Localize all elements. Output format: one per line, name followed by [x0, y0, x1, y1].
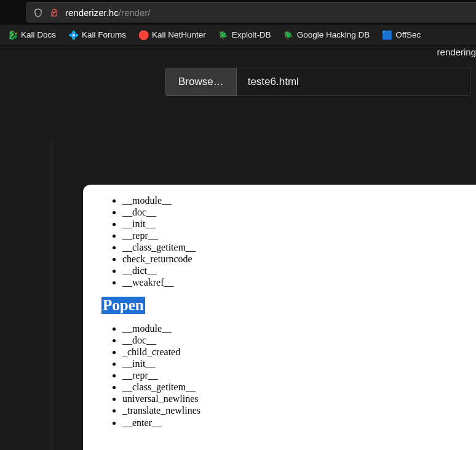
class-heading-popen: Popen [101, 297, 145, 314]
list-item: __repr__ [122, 230, 461, 241]
attribute-list-2: __module__ __doc__ _child_created __init… [98, 323, 461, 428]
bookmark-label: Exploit-DB [232, 30, 271, 39]
list-item: check_returncode [122, 253, 461, 265]
list-item: __init__ [122, 358, 461, 369]
offsec-icon: 🟦 [382, 30, 392, 40]
url-domain: renderizer.hc [65, 7, 119, 18]
filename-display[interactable]: teste6.html [237, 68, 470, 96]
bookmark-label: Kali Forums [82, 30, 126, 39]
bookmark-google-hacking-db[interactable]: 🪲 Google Hacking DB [279, 28, 375, 42]
list-item: __doc__ [122, 206, 461, 218]
rendered-content-card: __module__ __doc__ __init__ __repr__ __c… [83, 185, 476, 450]
url-text: renderizer.hc/render/ [65, 7, 150, 18]
url-path: /render/ [119, 7, 151, 18]
bug-icon: 🪲 [284, 30, 293, 40]
bookmark-kali-docs[interactable]: 🐉 Kali Docs [2, 28, 61, 42]
list-item: __enter__ [122, 417, 461, 428]
list-item: __module__ [122, 195, 461, 206]
bookmark-label: OffSec [395, 30, 421, 39]
list-item: __class_getitem__ [122, 241, 461, 253]
bookmark-kali-nethunter[interactable]: 🛑 Kali NetHunter [133, 28, 211, 42]
truncated-header-text: rendering [437, 47, 476, 57]
list-item: __module__ [122, 323, 461, 334]
bookmark-label: Google Hacking DB [297, 30, 370, 39]
browse-button[interactable]: Browse… [165, 68, 237, 96]
bookmark-exploit-db[interactable]: 🪲 Exploit-DB [213, 28, 276, 42]
file-upload-row: Browse… teste6.html [165, 68, 470, 96]
list-item: _translate_newlines [122, 404, 461, 416]
url-bar-container: renderizer.hc/render/ [0, 0, 476, 25]
bug-icon: 🪲 [218, 30, 228, 40]
nethunter-icon: 🛑 [138, 30, 148, 40]
lock-warning-icon[interactable] [49, 8, 59, 18]
bookmark-offsec[interactable]: 🟦 OffSec [377, 28, 426, 42]
url-bar[interactable]: renderizer.hc/render/ [26, 2, 476, 23]
vertical-divider [52, 139, 52, 450]
bookmark-label: Kali NetHunter [152, 30, 206, 39]
list-item: universal_newlines [122, 393, 461, 404]
attribute-list-1: __module__ __doc__ __init__ __repr__ __c… [98, 195, 461, 288]
bookmark-kali-forums[interactable]: 💠 Kali Forums [63, 28, 131, 42]
list-item: __weakref__ [122, 276, 461, 288]
forums-icon: 💠 [68, 30, 78, 40]
list-item: _child_created [122, 346, 461, 358]
list-item: __init__ [122, 218, 461, 230]
list-item: __repr__ [122, 369, 461, 381]
shield-icon[interactable] [33, 8, 43, 18]
list-item: __doc__ [122, 334, 461, 346]
bookmark-label: Kali Docs [21, 30, 56, 39]
page-area: rendering Browse… teste6.html __module__… [0, 46, 476, 450]
list-item: __class_getitem__ [122, 381, 461, 393]
bookmarks-bar: 🐉 Kali Docs 💠 Kali Forums 🛑 Kali NetHunt… [0, 25, 476, 46]
dragon-icon: 🐉 [7, 30, 17, 40]
list-item: __dict__ [122, 265, 461, 276]
